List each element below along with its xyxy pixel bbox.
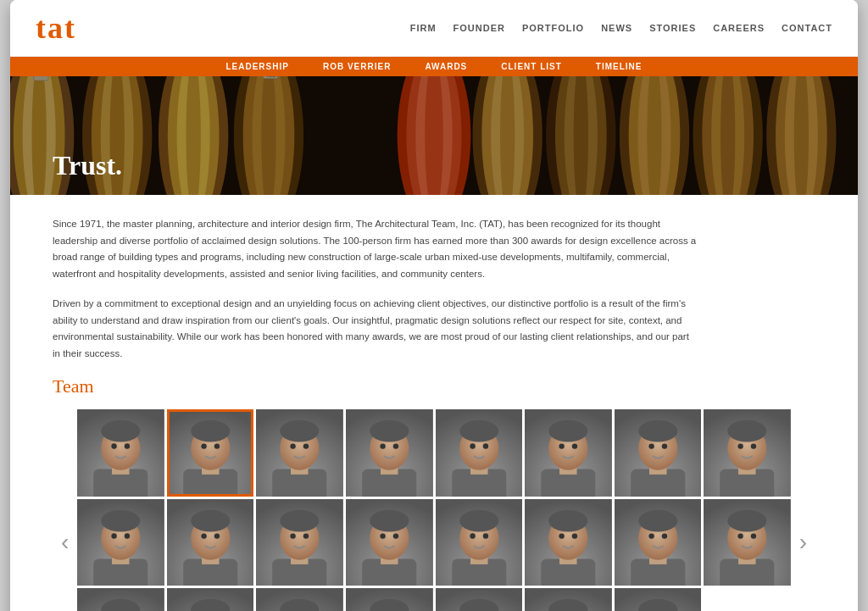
svg-point-127 [201,533,206,538]
svg-point-174 [727,510,766,532]
team-photo[interactable] [525,588,612,611]
hero-background: 486 [10,76,858,195]
team-photo[interactable] [525,409,612,497]
person-illustration [346,499,433,586]
svg-point-72 [303,444,309,449]
person-illustration [77,499,164,586]
team-photo[interactable] [436,499,523,586]
site-header: tat FIRM FOUNDER PORTFOLIO NEWS STORIES … [10,0,858,57]
svg-point-120 [125,533,130,538]
svg-point-96 [572,444,577,449]
person-illustration [525,499,612,586]
svg-point-144 [393,533,398,538]
person-illustration [436,499,523,586]
subnav-awards[interactable]: AWARDS [425,62,467,71]
site-logo[interactable]: tat [36,10,76,46]
svg-point-87 [470,444,475,449]
team-photo[interactable] [615,588,702,611]
nav-firm[interactable]: FIRM [410,23,437,33]
person-illustration [615,409,702,497]
carousel-prev-button[interactable]: ‹ [53,529,77,556]
hero-headline: Trust. [53,150,122,181]
team-photo[interactable] [436,409,523,497]
person-illustration [77,588,164,611]
svg-point-54 [102,420,141,442]
svg-point-56 [125,444,130,449]
nav-founder[interactable]: FOUNDER [453,23,505,33]
person-illustration [167,409,254,497]
person-illustration [704,409,791,497]
person-illustration [615,588,702,611]
nav-news[interactable]: NEWS [601,23,632,33]
person-illustration [436,588,523,611]
team-photo[interactable] [615,409,702,497]
svg-point-152 [482,533,487,538]
team-photo[interactable] [256,588,343,611]
person-illustration [346,409,433,497]
svg-point-160 [572,533,577,538]
team-photo[interactable] [77,588,164,611]
person-illustration [525,409,612,497]
team-photo[interactable] [167,409,254,497]
svg-point-63 [201,444,206,449]
svg-point-142 [370,510,409,532]
person-illustration [704,499,791,586]
svg-point-151 [470,533,475,538]
team-photo[interactable] [615,499,702,586]
person-illustration [256,588,343,611]
svg-point-111 [738,444,743,449]
hero-bg-svg: 486 [10,76,858,195]
subnav-client-list[interactable]: CLIENT LIST [501,62,562,71]
svg-point-143 [380,533,385,538]
nav-careers[interactable]: CAREERS [713,23,765,33]
team-photo[interactable] [525,499,612,586]
svg-point-158 [548,510,587,532]
svg-point-166 [638,510,677,532]
svg-point-118 [102,510,141,532]
svg-point-159 [559,533,564,538]
team-grid [77,409,790,611]
svg-point-168 [661,533,666,538]
nav-stories[interactable]: STORIES [649,23,696,33]
svg-point-70 [281,420,320,442]
svg-point-126 [191,510,230,532]
subnav-timeline[interactable]: TIMELINE [596,62,643,71]
nav-portfolio[interactable]: PORTFOLIO [522,23,584,33]
svg-point-176 [751,533,756,538]
sub-navigation: LEADERSHIP ROB VERRIER AWARDS CLIENT LIS… [10,57,858,76]
hero-section: 486 [10,76,858,195]
svg-point-88 [482,444,487,449]
person-illustration [346,588,433,611]
team-photo[interactable] [436,588,523,611]
carousel-next-button[interactable]: › [791,529,815,556]
svg-point-167 [648,533,654,538]
team-photo[interactable] [346,409,433,497]
person-illustration [525,588,612,611]
team-photo[interactable] [167,588,254,611]
svg-point-104 [661,444,666,449]
team-photo[interactable] [256,409,343,497]
team-photo[interactable] [256,499,343,586]
svg-point-150 [459,510,498,532]
team-photo[interactable] [77,409,164,497]
team-photo[interactable] [346,588,433,611]
person-illustration [615,499,702,586]
svg-point-94 [548,420,587,442]
subnav-leadership[interactable]: LEADERSHIP [225,62,288,71]
person-illustration [77,409,164,497]
team-photo[interactable] [167,499,254,586]
team-photo[interactable] [704,409,791,497]
person-illustration [436,409,523,497]
team-photo[interactable] [346,499,433,586]
person-illustration [256,499,343,586]
svg-point-110 [727,420,766,442]
svg-point-71 [291,444,296,449]
svg-point-112 [751,444,756,449]
team-photo[interactable] [704,499,791,586]
svg-point-64 [214,444,220,449]
description-paragraph-1: Since 1971, the master planning, archite… [53,216,697,282]
svg-point-134 [281,510,320,532]
nav-contact[interactable]: CONTACT [782,23,832,33]
team-photo[interactable] [77,499,164,586]
subnav-rob-verrier[interactable]: ROB VERRIER [323,62,391,71]
